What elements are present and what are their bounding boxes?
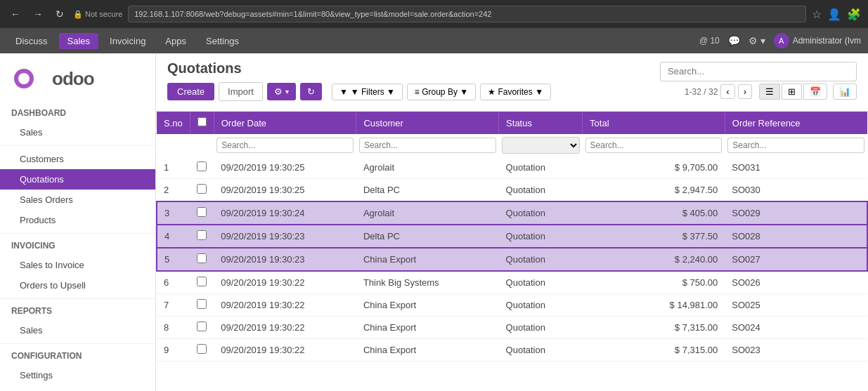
chart-view-button[interactable]: 📊 — [833, 84, 857, 100]
cell-customer: Delta PC — [356, 225, 499, 248]
admin-menu[interactable]: A Administrator (Ivm — [774, 33, 861, 48]
sidebar-item-orders-to-upsell[interactable]: Orders to Upsell — [0, 275, 155, 296]
profile-icon[interactable]: 👤 — [827, 8, 841, 21]
search-total-input[interactable] — [585, 138, 723, 153]
search-status-select[interactable]: Quotation Sale Order — [502, 137, 580, 154]
th-total[interactable]: Total — [583, 112, 725, 134]
import-button[interactable]: Import — [219, 82, 263, 101]
url-bar[interactable] — [128, 6, 806, 22]
sidebar-item-customers[interactable]: Customers — [0, 149, 155, 169]
menu-apps[interactable]: Apps — [157, 33, 195, 49]
sidebar-reports-section: Reports Sales — [0, 298, 155, 340]
cell-status: Quotation — [499, 201, 583, 225]
cell-customer: Agrolait — [356, 157, 499, 179]
sidebar-item-sales-to-invoice[interactable]: Sales to Invoice — [0, 255, 155, 275]
sidebar-item-settings[interactable]: Settings — [0, 365, 155, 385]
table-row[interactable]: 2 09/20/2019 19:30:25 Delta PC Quotation… — [157, 179, 867, 202]
main-search-input[interactable] — [660, 62, 857, 81]
cell-status: Quotation — [499, 157, 583, 179]
pagination-text: 1-32 / 32 — [685, 87, 718, 97]
search-ref-input[interactable] — [727, 138, 864, 153]
back-button[interactable]: ← — [7, 7, 24, 21]
table-row[interactable]: 1 09/20/2019 19:30:25 Agrolait Quotation… — [157, 157, 867, 179]
cell-sno: 7 — [157, 294, 190, 317]
cell-customer: China Export — [356, 248, 499, 271]
menu-sales[interactable]: Sales — [59, 33, 99, 49]
secure-indicator: 🔒 Not secure — [73, 10, 122, 19]
reload-button[interactable]: ↻ — [52, 7, 67, 21]
cell-order-date: 09/20/2019 19:30:24 — [214, 201, 356, 225]
table-row[interactable]: 3 09/20/2019 19:30:24 Agrolait Quotation… — [157, 201, 867, 225]
forward-button[interactable]: → — [30, 7, 46, 21]
settings-gear-icon[interactable]: ⚙ ▾ — [749, 35, 765, 46]
group-by-button[interactable]: ≡ Group By ▼ — [407, 84, 476, 100]
grid-view-button[interactable]: ⊞ — [782, 84, 802, 100]
table-row[interactable]: 6 09/20/2019 19:30:22 Think Big Systems … — [157, 271, 867, 294]
table-row[interactable]: 5 09/20/2019 19:30:23 China Export Quota… — [157, 248, 867, 271]
calendar-view-button[interactable]: 📅 — [803, 84, 827, 100]
th-order-ref[interactable]: Order Reference — [725, 112, 867, 134]
cell-status: Quotation — [499, 294, 583, 317]
filter-row: ▼ ▼ Filters ▼ ≡ Group By ▼ ★ Favorites ▼ — [332, 84, 551, 100]
prev-page-button[interactable]: ‹ — [720, 84, 734, 99]
refresh-button[interactable]: ↻ — [300, 83, 322, 100]
select-all-checkbox[interactable] — [197, 117, 207, 126]
sidebar-item-products[interactable]: Products — [0, 210, 155, 230]
row-checkbox[interactable] — [197, 207, 207, 217]
sidebar: odoo Dashboard Sales Customers Quotation… — [0, 53, 156, 391]
next-page-button[interactable]: › — [738, 84, 752, 99]
sidebar-item-quotations[interactable]: Quotations — [0, 169, 155, 190]
cell-total: $ 14,981.00 — [583, 294, 725, 317]
table-row[interactable]: 9 09/20/2019 19:30:22 China Export Quota… — [157, 339, 867, 362]
cell-order-date: 09/20/2019 19:30:22 — [214, 271, 356, 294]
cell-status: Quotation — [499, 271, 583, 294]
sidebar-item-config-products[interactable]: Products — [0, 385, 155, 391]
row-checkbox[interactable] — [197, 230, 207, 240]
menu-invoicing[interactable]: Invoicing — [101, 33, 154, 49]
list-view-button[interactable]: ☰ — [759, 84, 780, 100]
sidebar-item-sales-dash[interactable]: Sales — [0, 122, 155, 143]
table-row[interactable]: 7 09/20/2019 19:30:22 China Export Quota… — [157, 294, 867, 317]
odoo-logo-svg — [14, 65, 49, 93]
content-header: Quotations Create Import ⚙ ▾ ↻ ▼ — [156, 53, 868, 112]
search-date-input[interactable] — [216, 138, 354, 153]
gear-icon: ⚙ — [274, 86, 283, 97]
row-checkbox[interactable] — [197, 184, 207, 194]
sidebar-item-sales-report[interactable]: Sales — [0, 320, 155, 340]
cell-total: $ 2,947.50 — [583, 179, 725, 202]
search-customer-input[interactable] — [359, 138, 496, 153]
search-bar — [660, 62, 857, 81]
chat-icon[interactable]: 💬 — [728, 35, 740, 46]
notification-count[interactable]: @ 10 — [699, 36, 720, 46]
row-checkbox[interactable] — [197, 253, 207, 263]
row-checkbox[interactable] — [197, 344, 207, 354]
extension-icon[interactable]: 🧩 — [847, 8, 861, 21]
cell-customer: Delta PC — [356, 179, 499, 202]
menu-discuss[interactable]: Discuss — [7, 33, 56, 49]
row-checkbox[interactable] — [197, 277, 207, 286]
app-menubar: Discuss Sales Invoicing Apps Settings @ … — [0, 28, 868, 53]
sidebar-dashboard-title: Dashboard — [0, 104, 155, 122]
favorites-button[interactable]: ★ Favorites ▼ — [480, 84, 551, 100]
cell-order-date: 09/20/2019 19:30:23 — [214, 225, 356, 248]
th-checkbox — [190, 112, 214, 134]
filters-button[interactable]: ▼ ▼ Filters ▼ — [332, 84, 403, 100]
th-order-date[interactable]: Order Date — [214, 112, 356, 134]
sidebar-item-sales-orders[interactable]: Sales Orders — [0, 190, 155, 210]
row-checkbox[interactable] — [197, 299, 207, 309]
cell-status: Quotation — [499, 248, 583, 271]
table-row[interactable]: 4 09/20/2019 19:30:23 Delta PC Quotation… — [157, 225, 867, 248]
row-checkbox[interactable] — [197, 322, 207, 331]
search-date-cell — [214, 134, 356, 157]
th-status[interactable]: Status — [499, 112, 583, 134]
cell-sno: 3 — [157, 201, 190, 225]
row-checkbox[interactable] — [197, 161, 207, 171]
th-customer[interactable]: Customer — [356, 112, 499, 134]
table-header-row: S.no Order Date Customer Status Total Or… — [157, 112, 867, 134]
table-row[interactable]: 8 09/20/2019 19:30:22 China Export Quota… — [157, 317, 867, 339]
actions-button[interactable]: ⚙ ▾ — [267, 83, 296, 100]
menu-settings[interactable]: Settings — [197, 33, 247, 49]
bookmark-icon[interactable]: ☆ — [812, 8, 822, 21]
cell-order-date: 09/20/2019 19:30:22 — [214, 339, 356, 362]
create-button[interactable]: Create — [167, 83, 214, 100]
